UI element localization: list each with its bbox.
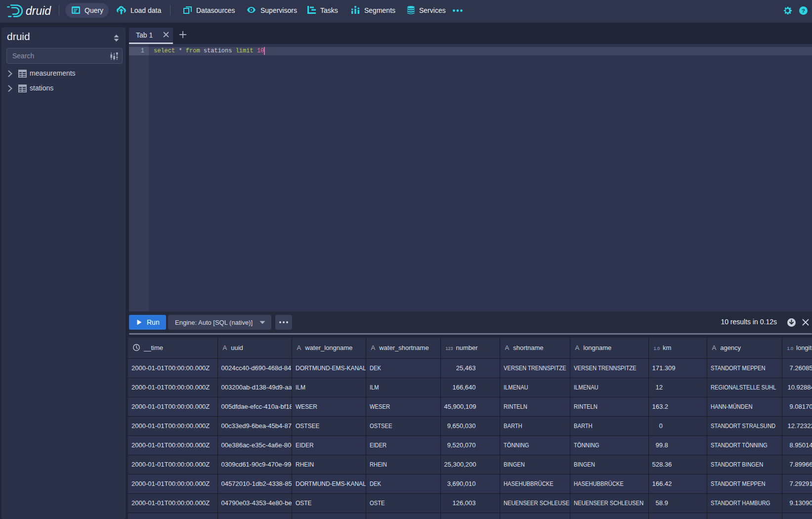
svg-text:?: ?	[802, 8, 805, 14]
